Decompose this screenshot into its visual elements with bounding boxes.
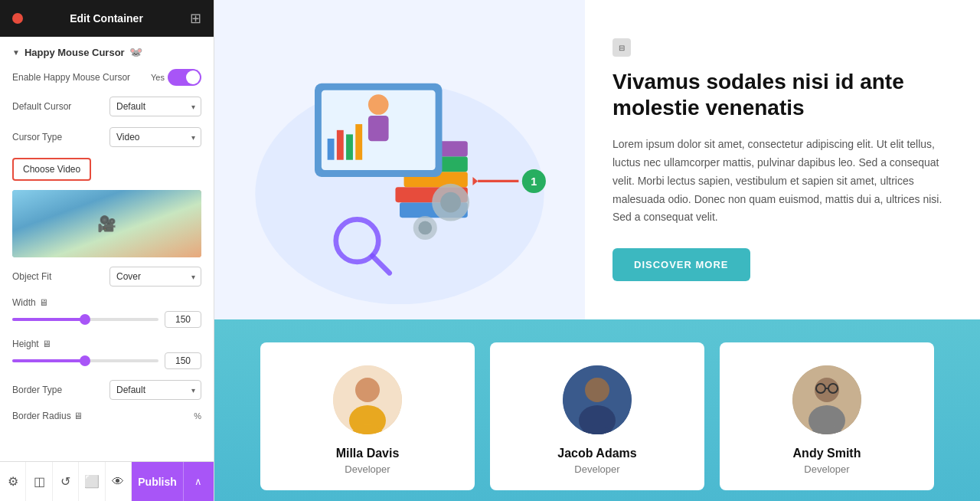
- cursor-type-label: Cursor Type: [12, 132, 109, 142]
- team-section: Milla Davis Developer Jacob Adams Develo…: [214, 319, 980, 501]
- avatar-andy: [792, 365, 861, 434]
- height-slider-row: Height 🖥: [12, 339, 201, 369]
- width-slider-track[interactable]: [12, 318, 158, 321]
- publish-button[interactable]: Publish: [132, 462, 183, 501]
- avatar-milla: [333, 365, 402, 434]
- object-fit-label: Object Fit: [12, 271, 109, 282]
- hero-badge: ⊟: [612, 38, 631, 57]
- history-icon: ↺: [60, 474, 70, 489]
- chevron-up-icon: ∧: [194, 476, 202, 487]
- member-role-andy: Developer: [804, 463, 849, 475]
- border-radius-label: Border Radius 🖥: [12, 411, 192, 421]
- hero-section: 1 ⊟ Vivamus sodales nisi id ante molesti…: [214, 0, 980, 319]
- team-card-jacob: Jacob Adams Developer: [490, 342, 704, 490]
- choose-video-button[interactable]: Choose Video: [12, 158, 91, 181]
- panel-content: ▼ Happy Mouse Cursor 🐭 Enable Happy Mous…: [0, 37, 214, 461]
- cursor-type-select[interactable]: Video Image SVG: [109, 127, 201, 147]
- layers-icon: ◫: [34, 474, 45, 489]
- svg-point-8: [368, 94, 389, 115]
- border-type-select[interactable]: Default Solid Dashed: [109, 380, 201, 400]
- layers-button[interactable]: ◫: [26, 462, 52, 501]
- member-name-milla: Milla Davis: [336, 447, 400, 460]
- hero-text-area: ⊟ Vivamus sodales nisi id ante molestie …: [585, 0, 980, 319]
- border-radius-monitor-icon: 🖥: [74, 411, 83, 421]
- svg-point-25: [355, 378, 380, 402]
- grid-icon[interactable]: ⊞: [190, 10, 201, 27]
- height-slider-header: Height 🖥: [12, 339, 201, 349]
- responsive-button[interactable]: ⬜: [79, 462, 105, 501]
- left-panel: Edit Container ⊞ ▼ Happy Mouse Cursor 🐭 …: [0, 0, 214, 501]
- default-cursor-row: Default Cursor Default None Pointer: [12, 97, 201, 116]
- height-value-input[interactable]: [165, 352, 201, 369]
- member-role-milla: Developer: [345, 463, 390, 475]
- default-cursor-select[interactable]: Default None Pointer: [109, 97, 201, 116]
- settings-button[interactable]: ⚙: [0, 462, 26, 501]
- member-role-jacob: Developer: [574, 463, 619, 475]
- cursor-type-row: Cursor Type Video Image SVG: [12, 127, 201, 147]
- svg-rect-13: [355, 124, 362, 160]
- avatar-jacob: [563, 365, 632, 434]
- width-value-input[interactable]: [165, 311, 201, 328]
- toggle-wrapper: Yes: [151, 69, 201, 86]
- preview-button[interactable]: 👁: [106, 462, 132, 501]
- svg-rect-10: [328, 139, 335, 160]
- svg-point-31: [815, 378, 839, 402]
- member-name-jacob: Jacob Adams: [557, 447, 636, 460]
- cursor-type-select-wrap: Video Image SVG: [109, 127, 201, 147]
- default-cursor-label: Default Cursor: [12, 101, 109, 112]
- history-button[interactable]: ↺: [53, 462, 79, 501]
- default-cursor-select-wrap: Default None Pointer: [109, 97, 201, 116]
- width-slider-fill: [12, 318, 86, 321]
- height-monitor-icon: 🖥: [42, 339, 51, 349]
- hero-image-area: 1: [214, 0, 585, 319]
- svg-rect-9: [368, 116, 389, 141]
- video-camera-icon: 🎥: [97, 214, 116, 233]
- hero-illustration: 1: [230, 15, 570, 304]
- object-fit-select-wrap: Cover Contain Fill: [109, 267, 201, 287]
- height-slider-thumb[interactable]: [80, 355, 90, 366]
- member-name-andy: Andy Smith: [793, 447, 861, 460]
- border-radius-suffix: %: [194, 411, 201, 421]
- width-monitor-icon: 🖥: [39, 297, 48, 308]
- toggle-yes-label: Yes: [151, 73, 165, 82]
- width-slider-row: Width 🖥: [12, 297, 201, 328]
- object-fit-select[interactable]: Cover Contain Fill: [109, 267, 201, 287]
- svg-rect-12: [346, 134, 353, 159]
- hero-body: Lorem ipsum dolor sit amet, consectetur …: [612, 136, 952, 227]
- discover-more-button[interactable]: DISCOVER MORE: [612, 248, 750, 281]
- settings-icon: ⚙: [8, 474, 18, 489]
- video-thumbnail: 🎥: [12, 190, 201, 257]
- svg-text:1: 1: [531, 175, 537, 188]
- section-arrow: ▼: [12, 48, 20, 57]
- border-type-label: Border Type: [12, 385, 109, 395]
- enable-toggle[interactable]: [168, 69, 201, 86]
- border-type-select-wrap: Default Solid Dashed: [109, 380, 201, 400]
- object-fit-row: Object Fit Cover Contain Fill: [12, 267, 201, 287]
- svg-rect-11: [337, 130, 344, 160]
- height-slider-track[interactable]: [12, 359, 158, 362]
- section-header: ▼ Happy Mouse Cursor 🐭: [12, 46, 201, 58]
- width-slider-header: Width 🖥: [12, 297, 201, 308]
- responsive-icon: ⬜: [84, 474, 100, 489]
- width-slider-thumb[interactable]: [80, 314, 90, 325]
- section-title: Happy Mouse Cursor: [24, 47, 125, 58]
- svg-point-28: [585, 378, 609, 402]
- panel-title: Edit Container: [70, 12, 143, 25]
- panel-header: Edit Container ⊞: [0, 0, 214, 37]
- team-card-andy: Andy Smith Developer: [720, 342, 934, 490]
- badge-icon: ⊟: [619, 44, 625, 52]
- enable-toggle-row: Enable Happy Mouse Cursor Yes: [12, 69, 201, 86]
- panel-footer: ⚙ ◫ ↺ ⬜ 👁 Publish ∧: [0, 461, 214, 501]
- svg-point-17: [418, 221, 432, 235]
- team-card-milla: Milla Davis Developer: [260, 342, 475, 490]
- window-dot: [12, 13, 23, 24]
- right-content: 1 ⊟ Vivamus sodales nisi id ante molesti…: [214, 0, 980, 501]
- publish-chevron-button[interactable]: ∧: [183, 462, 214, 501]
- width-label: Width 🖥: [12, 297, 48, 308]
- preview-eye-icon: 👁: [112, 475, 124, 489]
- height-slider-fill: [12, 359, 86, 362]
- enable-label: Enable Happy Mouse Cursor: [12, 72, 151, 83]
- section-emoji: 🐭: [129, 46, 142, 58]
- border-radius-row: Border Radius 🖥 %: [12, 411, 201, 421]
- svg-point-15: [440, 192, 461, 213]
